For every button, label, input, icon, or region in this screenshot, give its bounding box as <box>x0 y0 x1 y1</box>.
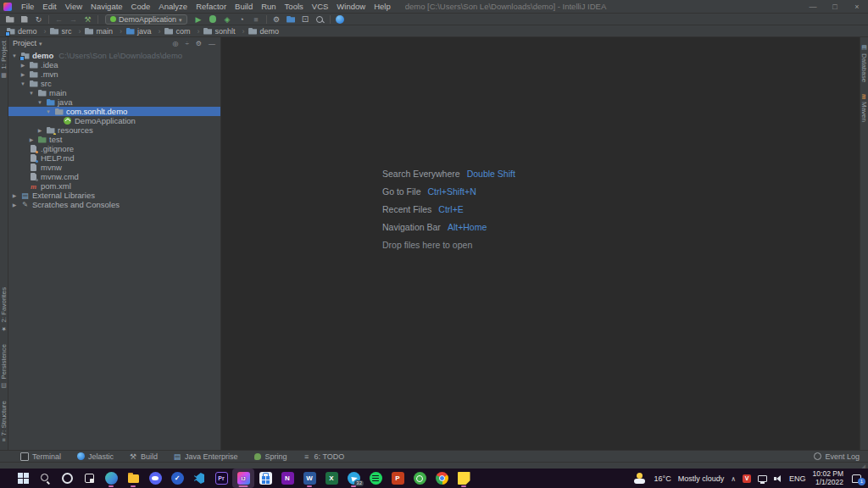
toolwindow-button[interactable]: 7: Structure <box>0 401 8 441</box>
toolwindow-button[interactable]: Spring <box>253 452 287 461</box>
minimize-button[interactable]: — <box>802 3 824 11</box>
menu-item[interactable]: Navigate <box>86 2 127 11</box>
taskbar-app[interactable] <box>232 469 254 488</box>
tree-toggle-icon[interactable] <box>19 71 26 77</box>
taskbar-app[interactable] <box>166 469 188 488</box>
taskbar-app[interactable] <box>210 469 232 488</box>
notifications-button[interactable]: 1 <box>852 474 861 483</box>
taskbar-app[interactable] <box>276 469 298 488</box>
toolbar-icon[interactable] <box>47 14 51 25</box>
toolbar-icon[interactable] <box>53 14 65 25</box>
tree-row[interactable]: HELP.md <box>8 153 220 163</box>
tree-toggle-icon[interactable] <box>19 81 26 86</box>
taskbar-app[interactable] <box>320 469 342 488</box>
taskbar-app[interactable]: 32 <box>342 469 364 488</box>
tree-row[interactable]: demo C:\Users\Son Le\Downloads\demo <box>8 51 220 60</box>
tree-toggle-icon[interactable] <box>19 62 26 68</box>
menu-item[interactable]: Analyze <box>154 2 192 11</box>
toolwindow-button[interactable]: 2: Favorites <box>0 287 8 332</box>
tree-row[interactable]: com.sonhlt.demo <box>8 107 220 116</box>
tree-row[interactable]: .gitignore <box>8 144 220 153</box>
volume-icon[interactable] <box>774 474 782 483</box>
taskbar-app[interactable] <box>34 469 56 488</box>
toolbar-icon[interactable] <box>81 14 94 25</box>
toolbar-icon[interactable] <box>67 14 80 25</box>
tree-row[interactable]: .mvn <box>8 69 220 79</box>
toolwindow-button-project[interactable]: 1: Project <box>0 41 8 79</box>
taskbar-app[interactable] <box>409 469 431 488</box>
tree-row[interactable]: pom.xml <box>8 181 220 191</box>
toolbar-icon[interactable] <box>18 14 31 25</box>
panel-header-icon[interactable] <box>172 40 178 47</box>
tree-toggle-icon[interactable] <box>36 100 43 105</box>
taskbar-app[interactable] <box>78 469 100 488</box>
breadcrumb-segment[interactable]: demo <box>247 27 288 36</box>
menu-item[interactable]: VCS <box>308 2 333 11</box>
tree-row[interactable]: mvnw.cmd <box>8 172 220 181</box>
toolbar-icon[interactable] <box>236 14 248 25</box>
taskbar-app[interactable] <box>188 469 210 488</box>
taskbar-app[interactable] <box>431 469 453 488</box>
toolbar-icon[interactable] <box>270 14 283 25</box>
panel-header-icon[interactable] <box>185 40 188 47</box>
taskbar-app[interactable] <box>100 469 122 488</box>
taskbar-app[interactable] <box>122 469 144 488</box>
toolbar-icon[interactable] <box>314 14 326 25</box>
taskbar-app[interactable] <box>387 469 409 488</box>
toolwindow-button[interactable]: 6: TODO <box>303 452 345 461</box>
input-language[interactable]: ENG <box>789 474 806 483</box>
tree-row[interactable]: src <box>8 79 220 88</box>
menu-item[interactable]: Help <box>370 2 395 11</box>
breadcrumb-segment[interactable]: demo <box>4 27 48 36</box>
toolbar-icon[interactable] <box>221 14 234 25</box>
menu-item[interactable]: Window <box>332 2 370 11</box>
tree-toggle-icon[interactable] <box>11 192 18 198</box>
tree-toggle-icon[interactable] <box>11 202 18 208</box>
taskbar-app[interactable] <box>144 469 166 488</box>
toolbar-icon[interactable] <box>299 14 312 25</box>
menu-item[interactable]: Tools <box>281 2 308 11</box>
close-button[interactable]: × <box>846 3 868 11</box>
run-configuration-select[interactable]: DemoApplication <box>105 14 187 25</box>
toolbar-icon[interactable] <box>250 14 263 25</box>
tree-row[interactable]: Scratches and Consoles <box>8 200 220 209</box>
taskbar-app[interactable] <box>254 469 276 488</box>
tree-row[interactable]: test <box>8 135 220 144</box>
toolbar-icon[interactable] <box>264 14 269 25</box>
event-log-button[interactable]: Event Log <box>813 452 860 461</box>
toolwindow-button[interactable]: Database <box>860 44 868 82</box>
chevron-down-icon[interactable] <box>39 39 42 47</box>
network-icon[interactable] <box>758 475 767 482</box>
tree-row[interactable]: DemoApplication <box>8 116 220 125</box>
toolwindow-button[interactable]: Build <box>129 452 158 461</box>
weather-icon[interactable] <box>634 473 648 484</box>
taskbar-app[interactable] <box>12 469 34 488</box>
maximize-button[interactable]: □ <box>824 3 846 11</box>
panel-header-icon[interactable] <box>196 40 202 47</box>
tree-toggle-icon[interactable] <box>45 109 52 114</box>
toolwindow-button[interactable]: Terminal <box>20 452 61 461</box>
toolwindow-button[interactable]: Persistence <box>0 344 8 389</box>
project-panel-title[interactable]: Project <box>13 39 36 47</box>
toolbar-icon[interactable] <box>285 14 298 25</box>
toolbar-icon[interactable] <box>334 14 347 25</box>
tray-overflow-chevron[interactable] <box>731 474 736 483</box>
panel-header-icon[interactable] <box>209 40 215 47</box>
taskbar-app[interactable] <box>298 469 320 488</box>
menu-item[interactable]: File <box>17 2 38 11</box>
weather-temperature[interactable]: 16°C <box>654 474 671 483</box>
tree-toggle-icon[interactable] <box>28 91 35 96</box>
breadcrumb-segment[interactable]: com <box>163 27 202 36</box>
breadcrumb-segment[interactable]: src <box>48 27 83 36</box>
breadcrumb-segment[interactable]: sonhlt <box>202 27 247 36</box>
menu-item[interactable]: Build <box>231 2 257 11</box>
weather-condition[interactable]: Mostly cloudy <box>678 474 725 483</box>
toolbar-icon[interactable] <box>32 14 45 25</box>
menu-item[interactable]: Refactor <box>192 2 231 11</box>
menu-item[interactable]: Run <box>257 2 280 11</box>
tree-toggle-icon[interactable] <box>11 53 18 58</box>
tree-row[interactable]: main <box>8 88 220 97</box>
tree-row[interactable]: mvnw <box>8 163 220 172</box>
toolwindow-button[interactable]: Java Enterprise <box>173 452 238 461</box>
breadcrumb-segment[interactable]: java <box>124 27 163 36</box>
